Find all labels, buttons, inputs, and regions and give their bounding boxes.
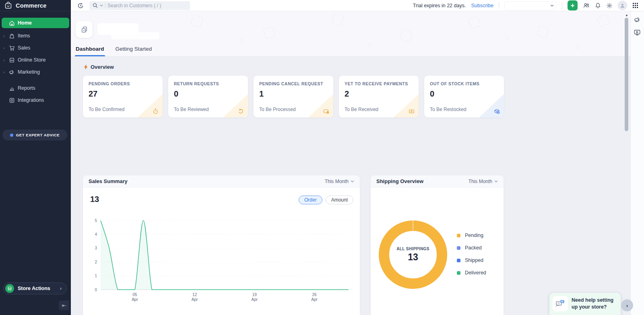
chat-bubbles-icon — [553, 296, 568, 311]
next-step-button[interactable]: › — [621, 299, 633, 311]
legend-swatch — [457, 246, 460, 250]
help-setup-widget[interactable]: Need help setting up your store? — [549, 293, 621, 315]
pages-icon — [80, 26, 88, 33]
notifications-bell-icon[interactable] — [595, 2, 601, 9]
stat-value: 1 — [259, 89, 264, 99]
stopwatch-icon — [153, 108, 159, 114]
vertical-scrollbar-thumb[interactable] — [625, 18, 628, 131]
legend-item-shipped[interactable]: Shipped — [457, 257, 486, 263]
corner-accent — [308, 94, 333, 117]
stat-card-out-of-stock-items[interactable]: OUT OF STOCK ITEMS 0 To Be Restocked — [424, 75, 504, 118]
recent-activity-icon[interactable] — [77, 2, 84, 9]
search-scope-chevron-icon[interactable] — [100, 4, 103, 6]
stat-card-yet-to-receive-payments[interactable]: YET TO RECEIVE PAYMENTS 2 To Be Received — [339, 75, 419, 118]
subscribe-link[interactable]: Subscribe — [471, 3, 493, 8]
svg-text:26: 26 — [312, 292, 317, 297]
sidebar-item-label: Marketing — [18, 69, 40, 75]
sidebar-item-sales[interactable]: › Sales — [0, 42, 71, 54]
pattern-doodle — [399, 29, 413, 43]
sales-total-count: 13 — [90, 195, 99, 204]
announcements-megaphone-icon[interactable] — [634, 16, 641, 23]
pattern-doodle — [468, 16, 481, 29]
demo-video-monitor-icon[interactable] — [634, 29, 641, 36]
sidebar-item-label: Home — [18, 20, 32, 26]
stat-card-pending-cancel-request[interactable]: PENDING CANCEL REQUEST 1 To Be Processed — [253, 75, 334, 118]
svg-text:Apr: Apr — [311, 297, 318, 302]
svg-text:3: 3 — [95, 246, 97, 250]
stat-title: YET TO RECEIVE PAYMENTS — [345, 81, 408, 86]
stat-subtitle: To Be Restocked — [430, 107, 466, 112]
overview-title: Overview — [91, 64, 114, 70]
topbar: Trial expires in 22 days. Subscribe + — [71, 0, 644, 11]
legend-swatch — [457, 271, 460, 275]
search-input[interactable] — [107, 3, 187, 8]
sidebar-item-integrations[interactable]: Integrations — [0, 94, 71, 106]
sidebar-item-home[interactable]: Home — [2, 18, 69, 28]
page-header-banner: Dashboard Getting Started — [71, 11, 630, 57]
legend-label: Shipped — [465, 257, 483, 263]
stat-card-return-requests[interactable]: RETURN REQUESTS 0 To Be Reviewed — [168, 75, 248, 118]
search-icon — [93, 3, 98, 8]
settings-gear-icon[interactable] — [606, 2, 613, 9]
trial-expiry-text: Trial expires in 22 days. — [413, 3, 466, 8]
sales-summary-period-dropdown[interactable]: This Month — [325, 179, 354, 184]
legend-item-pending[interactable]: Pending — [457, 233, 486, 238]
toggle-order[interactable]: Order — [299, 196, 322, 204]
legend-item-packed[interactable]: Packed — [457, 245, 486, 251]
pattern-doodle — [263, 27, 276, 39]
corner-accent — [479, 94, 504, 117]
tab-dashboard[interactable]: Dashboard — [76, 46, 104, 56]
legend-swatch — [457, 259, 460, 262]
pattern-doodle — [537, 25, 550, 39]
stat-value: 0 — [174, 89, 178, 99]
get-expert-advice-button[interactable]: GET EXPERT ADVICE — [2, 130, 67, 140]
store-logo-tile[interactable] — [76, 21, 93, 38]
svg-text:Apr: Apr — [252, 297, 258, 302]
wallet-icon — [409, 108, 415, 114]
cancel-card-icon — [323, 108, 329, 114]
user-avatar[interactable] — [618, 1, 627, 10]
global-search[interactable] — [89, 1, 190, 10]
store-actions-button[interactable]: Store Actions › — [3, 282, 67, 294]
sidebar-item-items[interactable]: › Items — [0, 30, 71, 42]
chevron-right-icon: › — [3, 34, 4, 38]
brand-header[interactable]: Commerce — [0, 0, 71, 11]
quick-add-button[interactable]: + — [568, 0, 578, 10]
sidebar-item-label: Sales — [18, 45, 30, 51]
sidebar-item-marketing[interactable]: › Marketing — [0, 66, 71, 78]
divider — [499, 2, 499, 9]
pattern-doodle — [369, 43, 372, 47]
topbar-right: Trial expires in 22 days. Subscribe + — [413, 0, 644, 10]
users-icon[interactable] — [583, 2, 590, 8]
tab-getting-started[interactable]: Getting Started — [116, 46, 152, 56]
shipping-period-dropdown[interactable]: This Month — [469, 179, 498, 184]
help-widget-text: Need help setting up your store? — [572, 296, 617, 311]
svg-text:Apr: Apr — [132, 297, 138, 302]
svg-text:Apr: Apr — [192, 297, 198, 302]
brand-name: Commerce — [16, 2, 47, 9]
dashboard-content: Overview PENDING ORDERS 27 To Be Confirm… — [71, 57, 630, 315]
sidebar-item-online-store[interactable]: › Online Store — [0, 54, 71, 66]
svg-text:05: 05 — [132, 292, 137, 297]
legend-label: Pending — [465, 233, 483, 238]
stat-card-pending-orders[interactable]: PENDING ORDERS 27 To Be Confirmed — [83, 75, 163, 118]
store-selector-dropdown[interactable] — [504, 1, 557, 10]
toggle-amount[interactable]: Amount — [326, 196, 353, 204]
sales-summary-title: Sales Summary — [89, 178, 128, 184]
app-screen: Trial expires in 22 days. Subscribe + — [0, 0, 644, 315]
lightning-icon — [84, 64, 88, 70]
stat-subtitle: To Be Received — [345, 107, 378, 112]
scrollbar-up-arrow[interactable]: ▲ — [625, 13, 628, 17]
apps-grid-icon[interactable] — [632, 2, 638, 8]
right-utility-rail — [630, 11, 644, 315]
shipping-overview-card: Shipping Overview This Month ALL SHIPPIN… — [370, 175, 504, 315]
svg-text:12: 12 — [192, 292, 197, 297]
store-actions-label: Store Actions — [18, 286, 50, 291]
chevron-down-icon — [351, 180, 354, 183]
collapse-sidebar-button[interactable]: ⇤ — [59, 301, 69, 310]
stat-title: OUT OF STOCK ITEMS — [430, 81, 479, 86]
sidebar-item-reports[interactable]: Reports — [0, 82, 71, 94]
legend-item-delivered[interactable]: Delivered — [457, 270, 486, 276]
stat-title: PENDING ORDERS — [89, 81, 130, 86]
chevron-right-icon: › — [60, 286, 62, 291]
